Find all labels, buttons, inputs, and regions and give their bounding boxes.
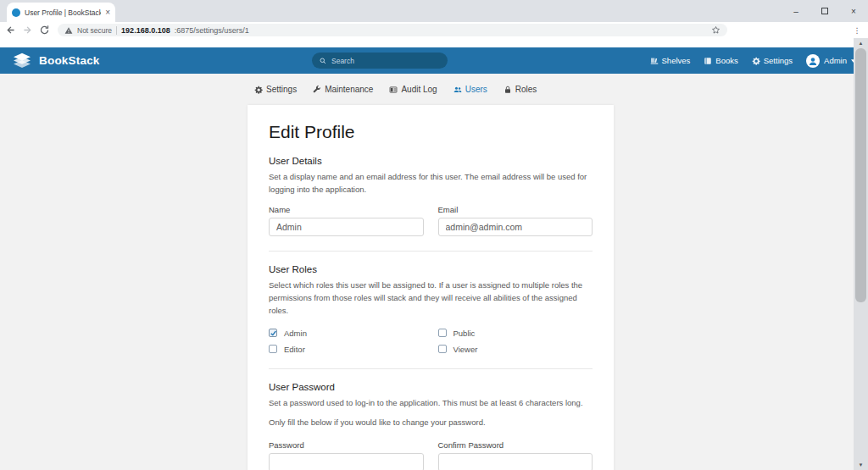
header-nav: Shelves Books Settings Admin [650,54,856,68]
window-close-button[interactable]: × [839,0,868,22]
user-password-description: Set a password used to log-in to the app… [269,397,593,410]
tab-audit-log-label: Audit Log [401,85,437,94]
url-path: :6875/settings/users/1 [175,26,249,35]
user-roles-heading: User Roles [269,264,593,274]
role-label: Public [453,329,476,338]
browser-tab-bar: User Profile | BookStack × – × [0,0,868,22]
password-field[interactable] [269,453,424,470]
header-nav-shelves[interactable]: Shelves [650,56,691,65]
role-checkbox-admin[interactable]: Admin [269,329,424,338]
brand-name: BookStack [39,54,100,67]
search-input[interactable] [331,57,425,65]
page-scrollbar[interactable]: ▲ ▼ [854,38,868,470]
window-controls: – × [782,0,868,22]
maximize-icon [821,8,828,14]
bookmark-star-icon[interactable] [711,25,721,35]
tab-settings-label: Settings [266,85,297,94]
name-field[interactable] [269,218,424,236]
role-label: Viewer [453,345,478,354]
brand-home-link[interactable]: BookStack [12,53,100,69]
tab-title: User Profile | BookStack [25,8,101,17]
header-nav-settings-label: Settings [764,56,793,65]
app-header: BookStack Shelves Books Settings [0,47,868,74]
bookshelf-icon [650,57,659,65]
user-roles-section: User Roles Select which roles this user … [269,264,593,353]
user-password-heading: User Password [269,382,593,392]
url-host: 192.168.0.108 [121,26,170,35]
role-label: Admin [284,329,307,338]
gear-icon [752,57,760,65]
user-password-section: User Password Set a password used to log… [269,382,593,470]
address-separator [116,26,117,35]
wrench-icon [313,86,321,94]
scrollbar-thumb[interactable] [855,48,866,302]
settings-nav: Settings Maintenance Audit Log Users Rol… [248,85,614,94]
edit-profile-card: Edit Profile User Details Set a display … [248,105,614,470]
role-checkbox-viewer[interactable]: Viewer [438,345,593,354]
browser-toolbar: Not secure 192.168.0.108:6875/settings/u… [0,22,868,38]
role-checkbox-editor[interactable]: Editor [269,345,424,354]
browser-menu-icon[interactable]: ⋮ [851,26,863,35]
section-divider [269,368,593,369]
tab-close-icon[interactable]: × [105,8,110,17]
not-secure-label: Not secure [77,26,112,35]
forward-icon[interactable] [22,25,33,36]
checkbox-icon [269,345,277,353]
scroll-up-icon[interactable]: ▲ [854,38,868,48]
browser-tab[interactable]: User Profile | BookStack × [7,3,115,22]
checkbox-icon [269,329,277,337]
person-icon [808,56,818,66]
user-details-section: User Details Set a display name and an e… [269,156,593,236]
tab-maintenance-label: Maintenance [325,85,373,94]
screen: User Profile | BookStack × – × Not secur… [0,0,868,470]
lock-icon [504,86,512,94]
checkbox-icon [438,329,447,337]
refresh-icon[interactable] [39,25,50,36]
email-field[interactable] [438,218,593,236]
section-divider [269,251,593,252]
not-secure-warning-icon[interactable] [64,26,73,35]
window-minimize-button[interactable]: – [782,0,810,22]
role-checkbox-public[interactable]: Public [438,329,593,338]
tab-users-label: Users [465,85,487,94]
header-nav-books[interactable]: Books [704,56,737,65]
tab-settings[interactable]: Settings [254,85,297,94]
page-title: Edit Profile [269,122,593,142]
address-bar[interactable]: Not secure 192.168.0.108:6875/settings/u… [58,24,727,36]
tab-roles-label: Roles [515,85,537,94]
scroll-down-icon[interactable]: ▼ [854,460,868,470]
user-avatar [806,54,820,68]
user-menu-name: Admin [824,56,847,65]
bookstack-logo-icon [12,53,32,69]
gear-icon [254,86,263,94]
header-nav-settings[interactable]: Settings [752,56,793,65]
user-details-description: Set a display name and an email address … [269,171,593,196]
checkbox-icon [438,345,447,353]
tab-users[interactable]: Users [453,85,487,94]
book-icon [704,57,712,65]
tab-roles[interactable]: Roles [504,85,537,94]
header-nav-shelves-label: Shelves [662,56,691,65]
tab-audit-log[interactable]: Audit Log [389,85,437,94]
tab-favicon-icon [12,8,20,17]
role-label: Editor [284,345,305,354]
user-details-heading: User Details [269,156,593,166]
header-nav-books-label: Books [715,56,737,65]
back-icon[interactable] [5,25,16,36]
email-label: Email [438,205,593,214]
name-label: Name [269,205,424,214]
header-search[interactable] [312,53,448,69]
confirm-password-field[interactable] [438,453,593,470]
user-menu[interactable]: Admin [806,54,856,68]
user-password-note: Only fill the below if you would like to… [269,417,593,429]
audit-log-icon [389,86,398,94]
bookmarks-strip [0,38,868,47]
user-roles-description: Select which roles this user will be ass… [269,279,593,317]
confirm-password-label: Confirm Password [438,440,593,450]
search-icon [320,58,326,64]
password-label: Password [269,440,424,450]
window-maximize-button[interactable] [810,0,839,22]
users-icon [453,86,462,94]
tab-maintenance[interactable]: Maintenance [313,85,373,94]
